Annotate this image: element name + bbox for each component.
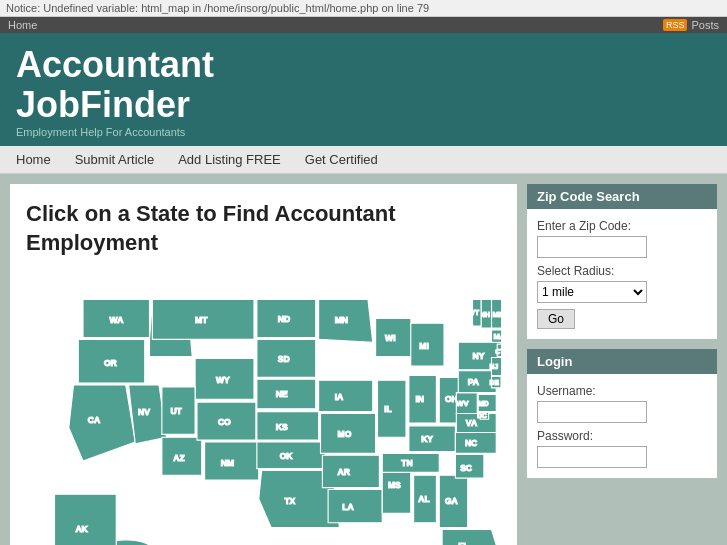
main-panel: Click on a State to Find Accountant Empl… xyxy=(10,184,517,545)
zip-label: Enter a Zip Code: xyxy=(537,219,707,233)
svg-text:OR: OR xyxy=(104,358,117,368)
error-bar: Notice: Undefined variable: html_map in … xyxy=(0,0,727,17)
rss-area: RSS Posts xyxy=(663,19,719,31)
svg-text:NJ: NJ xyxy=(490,363,499,370)
svg-text:IA: IA xyxy=(335,393,344,403)
zip-widget: Zip Code Search Enter a Zip Code: Select… xyxy=(527,184,717,339)
svg-text:IL: IL xyxy=(384,404,392,414)
svg-text:MI: MI xyxy=(419,341,429,351)
sidebar: Zip Code Search Enter a Zip Code: Select… xyxy=(527,184,717,545)
svg-text:TX: TX xyxy=(284,496,295,506)
svg-text:PA: PA xyxy=(468,377,479,387)
content-area: Click on a State to Find Accountant Empl… xyxy=(0,174,727,545)
login-widget: Login Username: Password: xyxy=(527,349,717,478)
nav-home[interactable]: Home xyxy=(16,152,51,167)
svg-text:TN: TN xyxy=(401,458,412,468)
svg-text:IN: IN xyxy=(416,394,425,404)
svg-text:AL: AL xyxy=(418,494,429,504)
logo: Accountant JobFinder xyxy=(16,45,711,124)
nav-submit-article[interactable]: Submit Article xyxy=(75,152,154,167)
go-button[interactable]: Go xyxy=(537,309,575,329)
svg-text:MS: MS xyxy=(388,480,401,490)
posts-link[interactable]: Posts xyxy=(691,19,719,31)
nav-get-certified[interactable]: Get Certified xyxy=(305,152,378,167)
svg-text:KS: KS xyxy=(276,422,288,432)
svg-text:CT: CT xyxy=(495,348,501,355)
svg-text:KY: KY xyxy=(421,434,433,444)
svg-text:CA: CA xyxy=(88,415,100,425)
svg-text:MA: MA xyxy=(493,333,501,342)
svg-text:ME: ME xyxy=(492,310,501,319)
svg-text:NM: NM xyxy=(221,458,234,468)
svg-text:WI: WI xyxy=(385,334,395,344)
svg-text:WA: WA xyxy=(110,316,124,326)
login-widget-title: Login xyxy=(527,349,717,374)
zip-input[interactable] xyxy=(537,236,647,258)
password-input[interactable] xyxy=(537,446,647,468)
svg-text:DC: DC xyxy=(477,413,487,420)
svg-text:ND: ND xyxy=(278,315,290,325)
svg-text:SC: SC xyxy=(460,463,472,473)
state-CA[interactable] xyxy=(69,385,136,461)
svg-text:AZ: AZ xyxy=(173,453,184,463)
state-AK[interactable] xyxy=(55,495,117,545)
state-KS[interactable] xyxy=(257,412,319,441)
nav-add-listing[interactable]: Add Listing FREE xyxy=(178,152,281,167)
svg-text:CO: CO xyxy=(218,417,231,427)
error-text: Notice: Undefined variable: html_map in … xyxy=(6,2,429,14)
logo-line2: JobFinder xyxy=(16,84,190,125)
zip-widget-title: Zip Code Search xyxy=(527,184,717,209)
svg-text:NV: NV xyxy=(138,408,150,418)
svg-text:UT: UT xyxy=(170,406,182,416)
svg-text:NC: NC xyxy=(465,438,477,448)
state-LA[interactable] xyxy=(328,490,382,523)
svg-text:AK: AK xyxy=(75,525,88,535)
main-heading: Click on a State to Find Accountant Empl… xyxy=(26,200,501,257)
state-AR[interactable] xyxy=(322,456,379,488)
username-input[interactable] xyxy=(537,401,647,423)
state-FL[interactable] xyxy=(442,530,501,545)
svg-text:GA: GA xyxy=(445,496,458,506)
svg-text:AR: AR xyxy=(338,468,350,478)
radius-select[interactable]: 1 mile 5 miles 10 miles 25 miles 50 mile… xyxy=(537,281,647,303)
main-nav: Home Submit Article Add Listing FREE Get… xyxy=(0,146,727,174)
top-nav-home[interactable]: Home xyxy=(8,19,37,31)
svg-text:NE: NE xyxy=(276,390,288,400)
svg-text:SD: SD xyxy=(278,355,290,365)
svg-text:VA: VA xyxy=(466,418,477,428)
rss-icon: RSS xyxy=(663,19,688,31)
svg-text:WY: WY xyxy=(216,375,230,385)
svg-text:DE: DE xyxy=(490,379,500,386)
svg-text:OK: OK xyxy=(280,451,294,461)
svg-text:NY: NY xyxy=(473,352,485,362)
svg-text:VT: VT xyxy=(471,309,479,316)
tagline: Employment Help For Accountants xyxy=(16,126,711,138)
svg-text:MD: MD xyxy=(478,400,489,407)
top-nav: Home RSS Posts xyxy=(0,17,727,33)
svg-text:MT: MT xyxy=(195,316,208,326)
us-map[interactable]: WA OR CA NV ID MT xyxy=(26,271,501,545)
svg-text:WV: WV xyxy=(456,399,469,408)
svg-text:MN: MN xyxy=(335,316,348,326)
header: Accountant JobFinder Employment Help For… xyxy=(0,33,727,146)
svg-text:MO: MO xyxy=(338,430,352,440)
username-label: Username: xyxy=(537,384,707,398)
password-label: Password: xyxy=(537,429,707,443)
svg-text:LA: LA xyxy=(342,503,353,513)
logo-line1: Accountant xyxy=(16,44,214,85)
us-map-svg[interactable]: WA OR CA NV ID MT xyxy=(26,271,501,545)
radius-label: Select Radius: xyxy=(537,264,707,278)
state-IA[interactable] xyxy=(319,381,373,412)
